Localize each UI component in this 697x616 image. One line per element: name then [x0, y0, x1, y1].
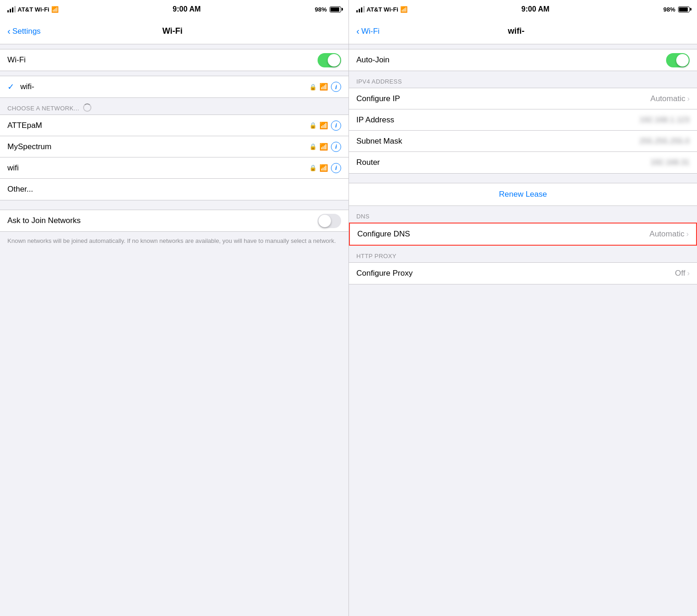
renew-lease-button[interactable]: Renew Lease	[499, 190, 547, 199]
ask-join-label: Ask to Join Networks	[7, 216, 318, 225]
toggle-knob	[328, 54, 340, 66]
status-bar-right: AT&T Wi-Fi 📶 9:00 AM 98%	[349, 0, 697, 18]
wifi-signal-1: 📶	[319, 143, 328, 151]
chevron-right-icon-configure-proxy: ›	[687, 269, 690, 278]
current-network-group: ✓ wifi- 🔒 📶 i	[0, 76, 348, 98]
auto-join-group: Auto-Join	[349, 49, 697, 71]
dns-label: DNS	[356, 213, 370, 220]
spacer	[0, 44, 348, 49]
network-row-1[interactable]: MySpectrum 🔒 📶 i	[0, 136, 348, 157]
left-panel: AT&T Wi-Fi 📶 9:00 AM 98% ‹ Settings Wi-F…	[0, 0, 348, 616]
ip-address-value: 192.168.1.123	[639, 115, 690, 125]
wifi-toggle-group: Wi-Fi	[0, 49, 348, 71]
battery-icon	[330, 6, 341, 12]
signal-bars	[7, 6, 16, 12]
status-right-right: 98%	[663, 6, 690, 13]
status-time-right: 9:00 AM	[522, 5, 550, 13]
network-list-group: ATTEpaM 🔒 📶 i MySpectrum 🔒 📶 i wifi 🔒 📶 …	[0, 115, 348, 200]
info-button-current[interactable]: i	[331, 82, 341, 92]
page-title-right: wifi-	[508, 26, 524, 36]
carrier-label-right: AT&T Wi-Fi	[367, 6, 398, 13]
back-label-left: Settings	[12, 27, 41, 36]
wifi-status-icon: 📶	[51, 6, 59, 13]
bottom-spacer	[349, 284, 697, 616]
configure-ip-row[interactable]: Configure IP Automatic ›	[349, 88, 697, 109]
other-label: Other...	[7, 185, 341, 194]
http-proxy-group: Configure Proxy Off ›	[349, 262, 697, 284]
subnet-mask-label: Subnet Mask	[356, 137, 639, 146]
network-icons-2: 🔒 📶 i	[309, 163, 341, 173]
subnet-mask-row: Subnet Mask 255.255.255.0	[349, 131, 697, 152]
chevron-right-icon-configure-dns: ›	[686, 230, 689, 238]
configure-ip-value: Automatic	[650, 94, 685, 103]
choose-network-label: CHOOSE A NETWORK...	[7, 105, 79, 112]
ipv4-section-header: IPV4 ADDRESS	[349, 71, 697, 88]
ipv4-label: IPV4 ADDRESS	[356, 78, 402, 85]
ask-join-toggle-knob	[318, 215, 331, 227]
ipv4-group: Configure IP Automatic › IP Address 192.…	[349, 88, 697, 174]
nav-bar-left: ‹ Settings Wi-Fi	[0, 18, 348, 44]
back-button-right[interactable]: ‹ Wi-Fi	[356, 26, 379, 36]
ip-address-row: IP Address 192.168.1.123	[349, 109, 697, 131]
configure-ip-label: Configure IP	[356, 94, 650, 103]
status-left: AT&T Wi-Fi 📶	[7, 6, 59, 13]
ask-join-toggle[interactable]	[318, 214, 341, 228]
other-network-row[interactable]: Other...	[0, 179, 348, 200]
info-button-2[interactable]: i	[331, 163, 341, 173]
wifi-status-icon-right: 📶	[400, 6, 408, 13]
router-label: Router	[356, 158, 650, 167]
network-name-0: ATTEpaM	[7, 121, 309, 130]
network-row-2[interactable]: wifi 🔒 📶 i	[0, 157, 348, 179]
ask-join-section: Ask to Join Networks Known networks will…	[0, 210, 348, 253]
auto-join-label: Auto-Join	[356, 55, 666, 65]
back-button-left[interactable]: ‹ Settings	[7, 26, 41, 36]
info-button-0[interactable]: i	[331, 121, 341, 131]
http-proxy-label: HTTP PROXY	[356, 253, 397, 260]
nav-bar-right: ‹ Wi-Fi wifi-	[349, 18, 697, 44]
wifi-signal-2: 📶	[319, 164, 328, 172]
ask-join-group: Ask to Join Networks	[0, 210, 348, 232]
lock-icon-0: 🔒	[309, 122, 317, 129]
spacer-r1	[349, 44, 697, 49]
choose-network-header: CHOOSE A NETWORK...	[0, 98, 348, 115]
checkmark-icon: ✓	[7, 82, 17, 92]
configure-proxy-row[interactable]: Configure Proxy Off ›	[349, 263, 697, 284]
chevron-right-icon-configure-ip: ›	[687, 95, 690, 103]
dns-group: Configure DNS Automatic ›	[349, 223, 697, 246]
status-left-right: AT&T Wi-Fi 📶	[356, 6, 408, 13]
ip-address-label: IP Address	[356, 115, 639, 125]
wifi-toggle-row: Wi-Fi	[0, 49, 348, 71]
loading-spinner	[83, 103, 91, 112]
network-name-1: MySpectrum	[7, 142, 309, 151]
info-button-1[interactable]: i	[331, 142, 341, 152]
renew-lease-row[interactable]: Renew Lease	[349, 183, 697, 206]
subnet-mask-value: 255.255.255.0	[639, 137, 690, 146]
configure-dns-row[interactable]: Configure DNS Automatic ›	[350, 223, 696, 245]
network-row-0[interactable]: ATTEpaM 🔒 📶 i	[0, 115, 348, 136]
wifi-toggle[interactable]	[318, 53, 341, 67]
page-title-left: Wi-Fi	[162, 26, 183, 36]
dns-section-header: DNS	[349, 206, 697, 223]
auto-join-toggle-knob	[676, 54, 689, 66]
network-icons-1: 🔒 📶 i	[309, 142, 341, 152]
spacer2	[0, 71, 348, 76]
network-name-2: wifi	[7, 163, 309, 173]
back-label-right: Wi-Fi	[361, 27, 380, 36]
wifi-signal-0: 📶	[319, 121, 328, 130]
battery-percent-right: 98%	[663, 6, 675, 13]
current-network-row[interactable]: ✓ wifi- 🔒 📶 i	[0, 76, 348, 97]
current-network-name: wifi-	[20, 82, 309, 91]
carrier-label: AT&T Wi-Fi	[18, 6, 49, 13]
battery-icon-right	[678, 6, 690, 12]
chevron-left-icon-right: ‹	[356, 26, 360, 36]
auto-join-row: Auto-Join	[349, 49, 697, 71]
http-proxy-section-header: HTTP PROXY	[349, 246, 697, 262]
status-time: 9:00 AM	[173, 5, 201, 13]
network-icons-current: 🔒 📶 i	[309, 82, 341, 92]
lock-icon-2: 🔒	[309, 164, 317, 171]
configure-proxy-label: Configure Proxy	[356, 269, 675, 278]
signal-bars-right	[356, 6, 365, 12]
ask-join-description: Known networks will be joined automatica…	[0, 232, 348, 253]
spacer-r2	[349, 174, 697, 183]
auto-join-toggle[interactable]	[666, 53, 690, 67]
